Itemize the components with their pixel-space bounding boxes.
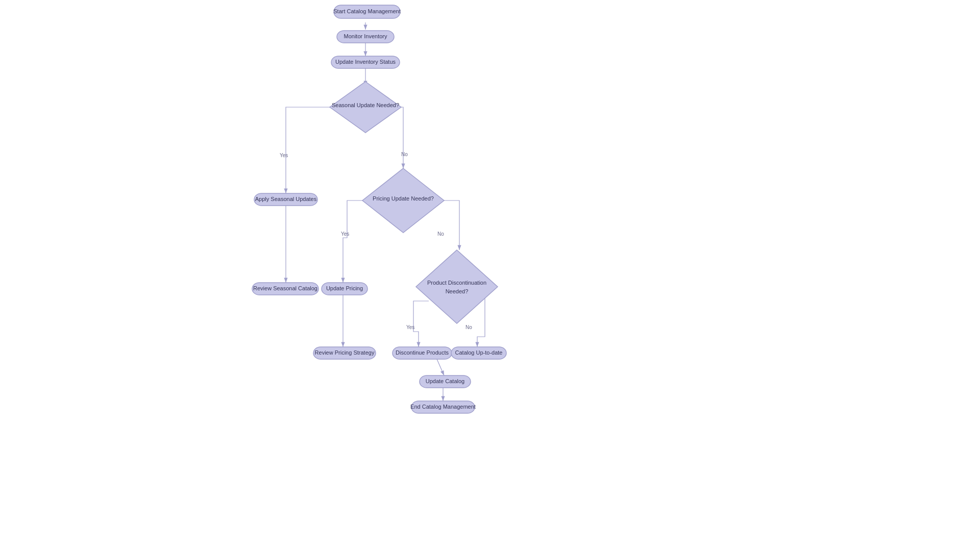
node-catalog-uptodate-label: Catalog Up-to-date [455, 349, 503, 356]
node-monitor-label: Monitor Inventory [344, 33, 387, 39]
node-update-pricing-label: Update Pricing [326, 285, 363, 291]
node-review-pricing-label: Review Pricing Strategy [315, 349, 375, 356]
edge-seasonal-apply [286, 107, 341, 193]
node-update-catalog-label: Update Catalog [426, 378, 464, 384]
edge-pricing-disc [437, 201, 459, 250]
node-pricing-q-label: Pricing Update Needed? [373, 195, 434, 202]
node-discontinue-label: Discontinue Products [396, 349, 449, 356]
node-disc-q-label: Product Discontinuation [427, 280, 486, 286]
label-no3: No [465, 324, 472, 330]
label-no2: No [437, 231, 444, 237]
label-yes2: Yes [341, 231, 349, 237]
node-updateinv-label: Update Inventory Status [335, 59, 396, 65]
node-review-seasonal-label: Review Seasonal Catalog [253, 285, 317, 291]
label-no1: No [401, 152, 408, 157]
node-end-label: End Catalog Management [410, 404, 476, 410]
label-yes1: Yes [280, 153, 288, 158]
node-apply-seasonal-label: Apply Seasonal Updates [255, 196, 317, 202]
edge-discontinue-updatecatalog [437, 359, 444, 375]
node-start-label: Start Catalog Management [333, 8, 400, 14]
label-yes3: Yes [406, 324, 414, 330]
node-disc-q-label2: Needed? [446, 288, 469, 294]
edge-seasonal-pricing [391, 107, 403, 168]
node-seasonal-q-label: Seasonal Update Needed? [332, 102, 399, 108]
node-disc-q [416, 250, 498, 323]
edge-disc-discontinue [413, 301, 429, 347]
edge-pricing-updatepricing [343, 201, 371, 283]
